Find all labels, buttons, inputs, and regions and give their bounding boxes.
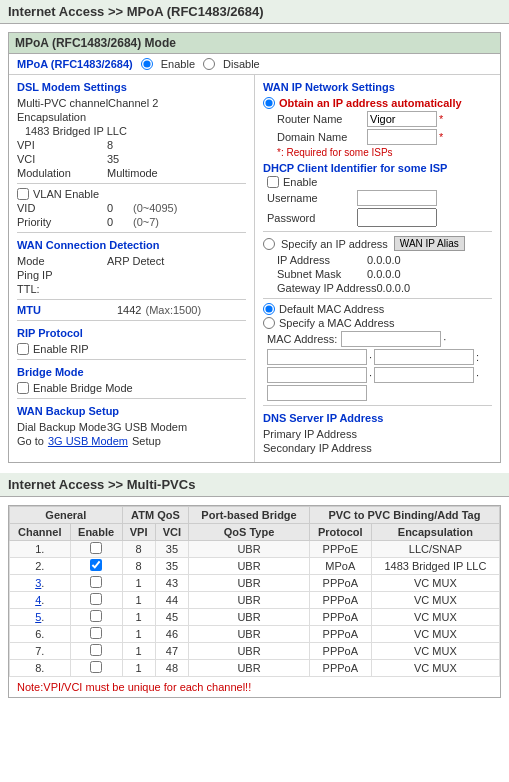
qos-col-header: QoS Type bbox=[189, 524, 310, 541]
mpoa-left-col: DSL Modem Settings Multi-PVC channel Cha… bbox=[9, 75, 255, 462]
atm-qos-col-header: ATM QoS bbox=[122, 507, 189, 524]
gateway-label: Gateway IP Address bbox=[277, 282, 376, 294]
enable-cell bbox=[70, 660, 122, 677]
channel-cell: 6. bbox=[10, 626, 71, 643]
channel-cell: 1. bbox=[10, 541, 71, 558]
enable-checkbox[interactable] bbox=[90, 644, 102, 656]
ip-address-row: IP Address 0.0.0.0 bbox=[277, 254, 492, 266]
channel-wan-link[interactable]: 3 bbox=[35, 577, 41, 589]
go-to-row: Go to 3G USB Modem Setup bbox=[17, 435, 246, 447]
mac-octet-5[interactable] bbox=[374, 367, 474, 383]
protocol-col-header: Protocol bbox=[309, 524, 371, 541]
obtain-ip-radio[interactable] bbox=[263, 97, 275, 109]
username-input[interactable] bbox=[357, 190, 437, 206]
multi-pvcs-page-title: Internet Access >> Multi-PVCs bbox=[0, 473, 509, 497]
enable-bridge-checkbox[interactable] bbox=[17, 382, 29, 394]
ip-address-value: 0.0.0.0 bbox=[367, 254, 401, 266]
priority-label: Priority bbox=[17, 216, 107, 228]
vci-col-header: VCI bbox=[155, 524, 189, 541]
domain-name-input[interactable] bbox=[367, 129, 437, 145]
qos-cell: UBR bbox=[189, 541, 310, 558]
protocol-cell: PPPoE bbox=[309, 541, 371, 558]
specify-mac-label: Specify a MAC Address bbox=[279, 317, 395, 329]
vid-range: (0~4095) bbox=[133, 202, 177, 214]
encap-cell: LLC/SNAP bbox=[371, 541, 499, 558]
vpi-col-header: VPI bbox=[122, 524, 155, 541]
mtu-row: MTU 1442 (Max:1500) bbox=[17, 304, 246, 316]
vci-cell: 44 bbox=[155, 592, 189, 609]
ttl-label: TTL: bbox=[17, 283, 107, 295]
wan-alias-button[interactable]: WAN IP Alias bbox=[394, 236, 465, 251]
encap-cell: VC MUX bbox=[371, 660, 499, 677]
multi-pvcs-section: General ATM QoS Port-based Bridge PVC to… bbox=[8, 505, 501, 698]
pvc-binding-col-header: PVC to PVC Binding/Add Tag bbox=[309, 507, 499, 524]
mtu-label: MTU bbox=[17, 304, 107, 316]
qos-cell: UBR bbox=[189, 558, 310, 575]
protocol-cell: PPPoA bbox=[309, 660, 371, 677]
vpi-cell: 8 bbox=[122, 558, 155, 575]
mac-octet-2[interactable] bbox=[267, 349, 367, 365]
obtain-ip-row: Obtain an IP address automatically bbox=[263, 97, 492, 109]
enable-cell bbox=[70, 643, 122, 660]
enable-rip-checkbox[interactable] bbox=[17, 343, 29, 355]
router-name-input[interactable] bbox=[367, 111, 437, 127]
enable-checkbox[interactable] bbox=[90, 593, 102, 605]
gateway-value: 0.0.0.0 bbox=[376, 282, 410, 294]
enable-checkbox[interactable] bbox=[90, 576, 102, 588]
qos-cell: UBR bbox=[189, 575, 310, 592]
encap-value: 1483 Bridged IP LLC bbox=[25, 125, 246, 137]
vci-cell: 46 bbox=[155, 626, 189, 643]
usb-modem-link[interactable]: 3G USB Modem bbox=[48, 435, 128, 447]
protocol-cell: PPPoA bbox=[309, 609, 371, 626]
enable-rip-label: Enable RIP bbox=[33, 343, 89, 355]
vpi-cell: 8 bbox=[122, 541, 155, 558]
vci-cell: 35 bbox=[155, 541, 189, 558]
rip-title: RIP Protocol bbox=[17, 327, 246, 339]
enable-checkbox[interactable] bbox=[90, 610, 102, 622]
default-mac-radio[interactable] bbox=[263, 303, 275, 315]
dsl-modem-title: DSL Modem Settings bbox=[17, 81, 246, 93]
channel-wan-link[interactable]: 5 bbox=[35, 611, 41, 623]
vci-cell: 43 bbox=[155, 575, 189, 592]
password-label: Password bbox=[267, 212, 357, 224]
channel-cell: 3. bbox=[10, 575, 71, 592]
mpoa-enable-label: Enable bbox=[161, 58, 195, 70]
enable-checkbox[interactable] bbox=[90, 559, 102, 571]
secondary-dns-label: Secondary IP Address bbox=[263, 442, 372, 454]
specify-ip-radio[interactable] bbox=[263, 238, 275, 250]
vci-cell: 35 bbox=[155, 558, 189, 575]
qos-cell: UBR bbox=[189, 592, 310, 609]
specify-mac-radio[interactable] bbox=[263, 317, 275, 329]
priority-row: Priority 0 (0~7) bbox=[17, 216, 246, 228]
vlan-enable-row: VLAN Enable bbox=[17, 188, 246, 200]
mac-octet-3[interactable] bbox=[374, 349, 474, 365]
dhcp-enable-label: Enable bbox=[283, 176, 317, 188]
ip-address-label: IP Address bbox=[277, 254, 367, 266]
mpoa-disable-radio[interactable] bbox=[203, 58, 215, 70]
dhcp-enable-row: Enable bbox=[267, 176, 492, 188]
conn-mode-value: ARP Detect bbox=[107, 255, 164, 267]
table-row: 1.835UBRPPPoELLC/SNAP bbox=[10, 541, 500, 558]
protocol-cell: PPPoA bbox=[309, 643, 371, 660]
vlan-enable-checkbox[interactable] bbox=[17, 188, 29, 200]
priority-range: (0~7) bbox=[133, 216, 159, 228]
vpi-cell: 1 bbox=[122, 575, 155, 592]
mac-octet-4[interactable] bbox=[267, 367, 367, 383]
mac-octet-6[interactable] bbox=[267, 385, 367, 401]
mpoa-enable-radio[interactable] bbox=[141, 58, 153, 70]
general-col-header: General bbox=[10, 507, 123, 524]
vid-value: 0 bbox=[107, 202, 127, 214]
channel-col-header: Channel bbox=[10, 524, 71, 541]
encap-label: Encapsulation bbox=[17, 111, 107, 123]
enable-checkbox[interactable] bbox=[90, 661, 102, 673]
mac-address-label: MAC Address: bbox=[267, 333, 337, 345]
table-row: 6.146UBRPPPoAVC MUX bbox=[10, 626, 500, 643]
mac-octet-1[interactable] bbox=[341, 331, 441, 347]
table-row: 5.145UBRPPPoAVC MUX bbox=[10, 609, 500, 626]
domain-asterisk: * bbox=[439, 131, 443, 143]
password-input[interactable] bbox=[357, 208, 437, 227]
enable-checkbox[interactable] bbox=[90, 542, 102, 554]
enable-checkbox[interactable] bbox=[90, 627, 102, 639]
dhcp-enable-checkbox[interactable] bbox=[267, 176, 279, 188]
channel-wan-link[interactable]: 4 bbox=[35, 594, 41, 606]
